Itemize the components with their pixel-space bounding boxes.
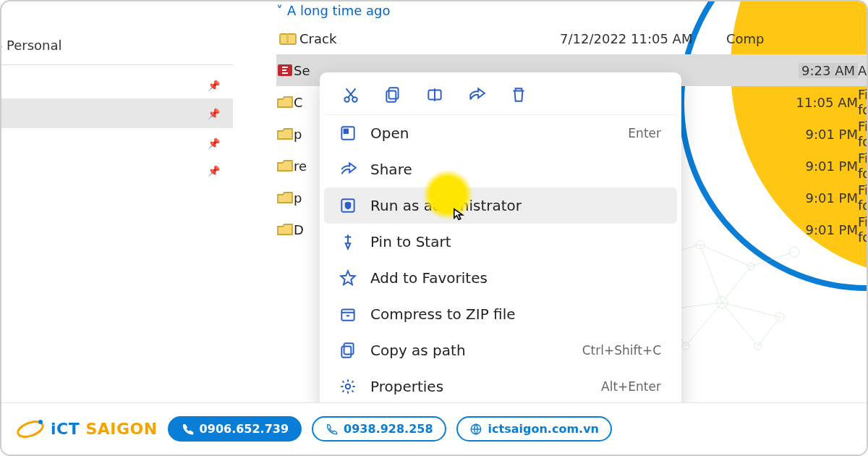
pin-icon [339, 232, 357, 251]
sidebar-label: its [0, 135, 1, 151]
sidebar-label: e - Personal [0, 38, 62, 53]
svg-rect-14 [389, 88, 399, 98]
menu-pin-to-start[interactable]: Pin to Start [324, 224, 677, 260]
context-toolbar [324, 78, 677, 115]
sidebar-label: ds [0, 106, 1, 121]
file-date: 7/12/2022 11:05 AM [560, 31, 726, 46]
menu-label: Add to Favorites [370, 269, 488, 287]
menu-compress-zip[interactable]: Compress to ZIP file [324, 296, 677, 332]
phone-pill-secondary[interactable]: 0938.928.258 [312, 416, 446, 442]
pin-icon: 📌 [208, 80, 220, 91]
shield-icon [339, 196, 357, 215]
file-type: Comp [726, 31, 765, 46]
menu-label: Compress to ZIP file [370, 305, 516, 323]
brand-text: iCT SAIGON [51, 420, 158, 438]
phone-number: 0906.652.739 [200, 422, 289, 436]
menu-copy-as-path[interactable]: Copy as path Ctrl+Shift+C [324, 332, 677, 368]
file-type: File folder [858, 87, 868, 117]
pin-icon: 📌 [208, 165, 220, 177]
pin-icon: 📌 [208, 108, 220, 119]
folder-icon [276, 190, 294, 205]
sidebar-item[interactable]: e - Personal [0, 30, 233, 60]
menu-label: Properties [370, 378, 443, 395]
file-type: File folder [858, 182, 868, 213]
cursor-icon [453, 208, 466, 221]
phone-pill-primary[interactable]: 0906.652.739 [168, 416, 302, 442]
file-type: File folder [858, 151, 868, 181]
group-label: A long time ago [287, 3, 390, 18]
rename-icon[interactable] [425, 85, 444, 104]
archive-icon [339, 305, 357, 324]
sidebar: e - Personal 📌 ds📌 its📌 📌 [0, 30, 233, 184]
exe-icon [276, 63, 294, 77]
sidebar-item[interactable]: its📌 [0, 128, 233, 158]
menu-label: Share [370, 161, 412, 178]
brand-logo: iCT SAIGON [14, 413, 158, 445]
menu-properties[interactable]: Properties Alt+Enter [324, 368, 677, 405]
svg-rect-15 [386, 91, 396, 102]
delete-icon[interactable] [509, 85, 528, 104]
menu-open[interactable]: Open Enter [324, 115, 677, 151]
sidebar-item[interactable]: 📌 [0, 72, 233, 98]
file-type: File folder [858, 119, 868, 149]
menu-label: Open [370, 124, 409, 142]
file-type: Applicat [858, 63, 868, 78]
zip-icon [276, 31, 299, 46]
menu-label: Copy as path [370, 342, 466, 359]
footer-bar: iCT SAIGON 0906.652.739 0938.928.258 ict… [1, 402, 867, 455]
svg-rect-20 [341, 310, 354, 321]
website-url: ictsaigon.com.vn [488, 422, 599, 436]
folder-icon [276, 95, 294, 109]
menu-add-favorites[interactable]: Add to Favorites [324, 260, 677, 296]
chevron-down-icon: ˅ [276, 3, 283, 18]
sidebar-item[interactable]: ds📌 [0, 98, 233, 128]
group-header[interactable]: ˅ A long time ago [276, 1, 868, 22]
star-icon [339, 269, 357, 287]
svg-point-23 [346, 384, 351, 389]
file-row[interactable]: Crack 7/12/2022 11:05 AM Comp [276, 22, 868, 54]
context-menu: Open Enter Share Run as administrator Pi… [320, 72, 681, 447]
file-type: File folder [858, 214, 868, 245]
pin-icon: 📌 [208, 138, 220, 149]
phone-number: 0938.928.258 [344, 422, 433, 436]
website-pill[interactable]: ictsaigon.com.vn [456, 416, 612, 442]
menu-share[interactable]: Share [324, 151, 677, 187]
svg-rect-21 [344, 343, 354, 354]
menu-shortcut: Enter [628, 126, 661, 140]
svg-rect-22 [341, 347, 351, 358]
svg-rect-10 [286, 34, 289, 44]
svg-rect-18 [344, 130, 348, 133]
folder-icon [276, 222, 294, 237]
folder-icon [276, 127, 294, 141]
open-icon [339, 124, 357, 143]
share-icon[interactable] [467, 85, 486, 104]
share-icon [339, 160, 357, 179]
menu-shortcut: Ctrl+Shift+C [582, 343, 661, 358]
copy-icon[interactable] [383, 85, 402, 104]
folder-icon [276, 159, 294, 173]
properties-icon [339, 377, 357, 396]
cut-icon[interactable] [341, 85, 360, 104]
sidebar-item[interactable]: 📌 [0, 158, 233, 184]
menu-label: Pin to Start [370, 233, 451, 250]
copy-path-icon [339, 341, 357, 360]
svg-point-26 [38, 420, 43, 424]
file-name: Crack [299, 31, 560, 46]
menu-run-as-administrator[interactable]: Run as administrator [324, 187, 677, 224]
menu-shortcut: Alt+Enter [601, 379, 661, 394]
